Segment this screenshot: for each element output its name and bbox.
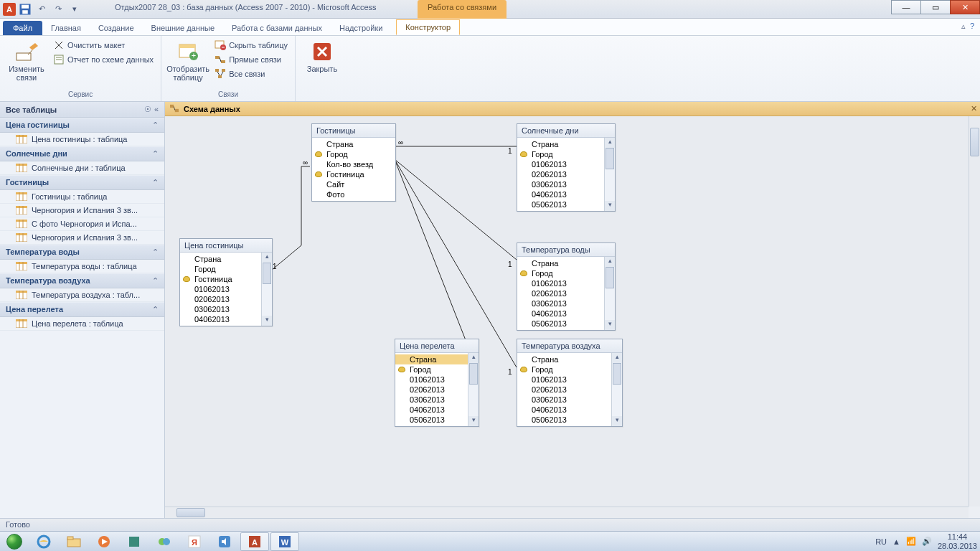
close-document-button[interactable]: ✕ (971, 104, 977, 113)
table-field[interactable]: 02062013 (517, 288, 615, 298)
maximize-button[interactable]: ▭ (920, 0, 951, 14)
tab-external[interactable]: Внешние данные (143, 21, 223, 35)
tab-dbtools[interactable]: Работа с базами данных (223, 21, 331, 35)
taskbar-explorer[interactable] (60, 532, 88, 551)
nav-group-header[interactable]: Цена гостиницы⌃ (0, 118, 164, 133)
nav-item[interactable]: С фото Черногория и Испа... (0, 217, 164, 231)
table-field[interactable]: Страна (180, 254, 272, 264)
table-air[interactable]: Температура воздуха СтранаГород010620130… (517, 339, 623, 427)
tray-lang[interactable]: RU (875, 537, 887, 546)
redo-button[interactable]: ↷ (51, 2, 65, 17)
scrollbar[interactable]: ▴▾ (604, 138, 615, 211)
table-field[interactable]: 01062013 (517, 375, 622, 385)
relationship-report-button[interactable]: Отчет по схеме данных (52, 53, 155, 66)
table-field[interactable]: 05062013 (517, 415, 622, 425)
table-field[interactable]: Город (312, 149, 395, 159)
taskbar-app2[interactable] (150, 532, 179, 551)
help-icon[interactable]: ? (970, 22, 974, 31)
tray-flag-icon[interactable]: ▲ (892, 537, 900, 546)
table-field[interactable]: 02062013 (517, 385, 622, 395)
save-button[interactable] (18, 2, 32, 17)
nav-dropdown-icon[interactable]: ☉ (144, 105, 151, 114)
table-field[interactable]: Гостиница (180, 274, 272, 284)
table-field[interactable]: Гостиница (312, 169, 395, 179)
table-sunny[interactable]: Солнечные дни СтранаГород010620130206201… (517, 123, 616, 212)
table-field[interactable]: Страна (517, 139, 615, 149)
table-field[interactable]: Сайт (312, 179, 395, 189)
table-field[interactable]: Страна (517, 354, 622, 364)
table-field[interactable]: 05062013 (517, 319, 615, 329)
undo-button[interactable]: ↶ (34, 2, 49, 17)
qat-dropdown[interactable]: ▾ (67, 2, 82, 17)
table-field[interactable]: 04062013 (517, 309, 615, 319)
tab-home[interactable]: Главная (42, 21, 90, 35)
horizontal-scrollbar[interactable] (165, 507, 969, 518)
tab-create[interactable]: Создание (90, 21, 143, 35)
table-field[interactable]: 03062013 (517, 395, 622, 405)
tab-file[interactable]: Файл (3, 21, 42, 35)
taskbar-app1[interactable] (120, 532, 149, 551)
taskbar-yandex[interactable]: Я (180, 532, 209, 551)
direct-relationships-button[interactable]: Прямые связи (213, 53, 289, 66)
table-field[interactable]: Кол-во звезд (312, 159, 395, 169)
nav-header[interactable]: Все таблицы ☉« (0, 102, 164, 118)
show-table-button[interactable]: + Отобразить таблицу (167, 39, 209, 83)
nav-item[interactable]: Гостиницы : таблица (0, 190, 164, 204)
table-field[interactable]: 01062013 (517, 159, 615, 169)
nav-group-header[interactable]: Температура воздуха⌃ (0, 273, 164, 288)
scrollbar[interactable]: ▴▾ (604, 257, 615, 330)
scrollbar[interactable]: ▴▾ (261, 253, 272, 326)
edit-relationships-button[interactable]: Изменить связи (6, 39, 47, 83)
table-water[interactable]: Температура воды СтранаГород010620130206… (517, 242, 616, 331)
start-button[interactable] (0, 532, 29, 552)
nav-item[interactable]: Солнечные дни : таблица (0, 161, 164, 175)
minimize-button[interactable]: — (891, 0, 921, 14)
table-field[interactable]: Фото (312, 189, 395, 199)
taskbar-word[interactable]: W (270, 532, 299, 551)
access-app-icon[interactable]: A (3, 3, 16, 16)
tab-addins[interactable]: Надстройки (331, 21, 391, 35)
table-field[interactable]: Город (517, 268, 615, 278)
table-field[interactable]: 05062013 (395, 415, 479, 425)
tray-clock[interactable]: 11:4428.03.2013 (938, 532, 977, 550)
taskbar-sound[interactable] (210, 532, 239, 551)
relationship-canvas[interactable]: ∞1 ∞1 1 1 1 Гостиницы СтранаГородКол-во … (165, 116, 969, 507)
nav-group-header[interactable]: Солнечные дни⌃ (0, 146, 164, 161)
ribbon-minimize-icon[interactable]: ▵ (961, 22, 966, 31)
close-button[interactable]: ✕ (950, 0, 980, 14)
tray-network-icon[interactable]: 📶 (906, 537, 916, 546)
table-field[interactable]: Страна (395, 354, 479, 364)
taskbar-wmp[interactable] (90, 532, 118, 551)
table-field[interactable]: 04062013 (517, 189, 615, 199)
document-tab[interactable]: Схема данных ✕ (165, 102, 980, 116)
table-field[interactable]: 04062013 (395, 405, 479, 415)
table-field[interactable]: Город (395, 364, 479, 375)
nav-item[interactable]: Цена перелета : таблица (0, 317, 164, 331)
nav-collapse-icon[interactable]: « (154, 105, 159, 114)
nav-item[interactable]: Температура воздуха : табл... (0, 288, 164, 302)
table-field[interactable]: Страна (312, 139, 395, 149)
table-field[interactable]: 03062013 (395, 395, 479, 405)
table-field[interactable]: 04062013 (517, 405, 622, 415)
table-field[interactable]: 05062013 (517, 199, 615, 209)
table-hotels[interactable]: Гостиницы СтранаГородКол-во звездГостини… (311, 123, 396, 202)
table-field[interactable]: 04062013 (180, 314, 272, 324)
close-view-button[interactable]: Закрыть (301, 39, 343, 75)
taskbar-ie[interactable] (29, 532, 58, 551)
table-field[interactable]: 01062013 (180, 284, 272, 294)
table-field[interactable]: 03062013 (180, 304, 272, 314)
table-flight[interactable]: Цена перелета СтранаГород010620130206201… (395, 339, 479, 427)
table-field[interactable]: 03062013 (517, 298, 615, 309)
table-price-hotel[interactable]: Цена гостиницы СтранаГородГостиница01062… (179, 238, 273, 326)
hide-table-button[interactable]: Скрыть таблицу (213, 39, 289, 52)
table-field[interactable]: 03062013 (517, 179, 615, 189)
scrollbar[interactable]: ▴▾ (611, 353, 622, 426)
clear-layout-button[interactable]: Очистить макет (52, 39, 155, 52)
tray-volume-icon[interactable]: 🔊 (922, 537, 932, 546)
table-field[interactable]: 02062013 (517, 169, 615, 179)
all-relationships-button[interactable]: Все связи (213, 67, 289, 80)
nav-item[interactable]: Цена гостиницы : таблица (0, 133, 164, 146)
table-field[interactable]: 02062013 (395, 385, 479, 395)
table-field[interactable]: Город (517, 364, 622, 375)
vertical-scrollbar[interactable] (969, 116, 980, 507)
